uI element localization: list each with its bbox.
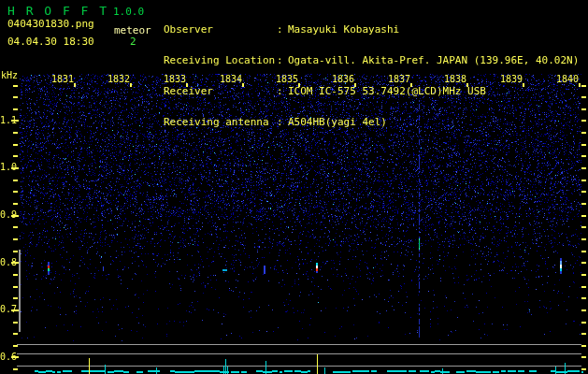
info-colon: : xyxy=(277,117,288,127)
time-label-1836: 1836 xyxy=(332,74,354,84)
time-label-1838: 1838 xyxy=(444,74,466,84)
info-value: ICOM IC-575 53.7492(@LCD)MHz USB xyxy=(288,86,486,96)
info-colon: : xyxy=(277,24,288,35)
time-label-1831: 1831 xyxy=(51,74,74,84)
info-label: Receiving Location xyxy=(164,55,277,65)
time-label-1833: 1833 xyxy=(164,74,186,84)
freq-label-0-6: 0.6 xyxy=(0,352,17,362)
info-row-location: Receiving Location:Ogata-vill. Akita-Pre… xyxy=(164,55,579,65)
output-filename: 0404301830.png xyxy=(7,18,94,30)
info-row-observer: Observer:Masayuki Kobayashi xyxy=(164,24,579,35)
time-label-1837: 1837 xyxy=(388,74,410,84)
app-title: H R O F F T xyxy=(7,4,108,18)
info-value: Masayuki Kobayashi xyxy=(288,24,399,35)
hrofft-spectrogram-screen: H R O F F T 1.0.0 0404301830.png meteor … xyxy=(0,0,588,374)
observation-datetime: 04.04.30 18:30 xyxy=(7,36,94,48)
info-row-antenna: Receiving antenna:A504HB(yagi 4el) xyxy=(164,117,579,127)
info-colon: : xyxy=(277,55,288,65)
time-label-1834: 1834 xyxy=(220,74,242,84)
time-label-1832: 1832 xyxy=(108,74,130,84)
info-label: Observer xyxy=(164,24,277,35)
info-value: Ogata-vill. Akita-Pref. JAPAN (139.96E, … xyxy=(288,55,579,65)
time-label-1839: 1839 xyxy=(500,74,523,84)
freq-label-0-8: 0.8 xyxy=(0,257,17,267)
info-colon: : xyxy=(277,86,288,96)
app-version: 1.0.0 xyxy=(113,6,144,18)
freq-label-1-0: 1.0 xyxy=(0,162,17,172)
freq-label-1-1: 1.1 xyxy=(0,115,17,125)
meteor-count: 2 xyxy=(130,36,136,48)
info-label: Receiving antenna xyxy=(164,117,277,127)
time-label-1835: 1835 xyxy=(276,74,298,84)
y-axis-unit-label: kHz xyxy=(1,70,18,80)
freq-label-0-7: 0.7 xyxy=(0,304,17,314)
freq-label-0-9: 0.9 xyxy=(0,209,17,220)
info-label: Receiver xyxy=(164,86,277,96)
time-label-1840: 1840 xyxy=(556,74,579,84)
info-row-receiver: Receiver:ICOM IC-575 53.7492(@LCD)MHz US… xyxy=(164,86,579,96)
info-value: A504HB(yagi 4el) xyxy=(288,117,387,127)
